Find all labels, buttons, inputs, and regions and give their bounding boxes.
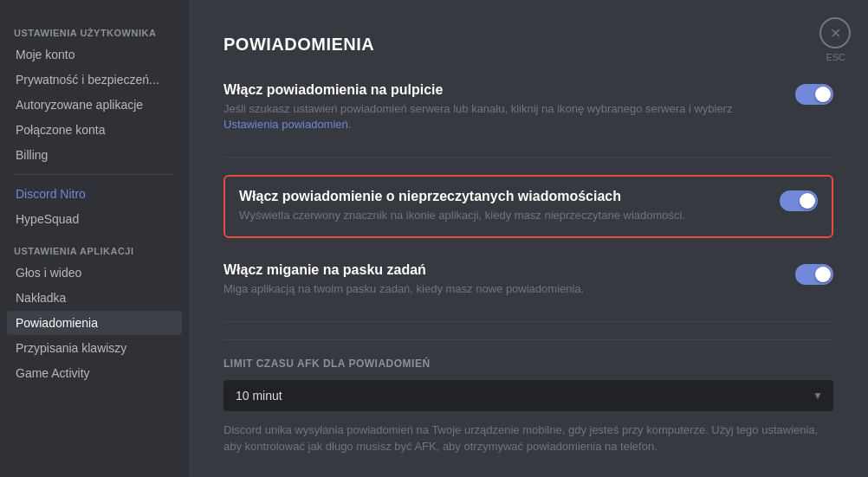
toggle-unread-badge[interactable] (780, 190, 818, 211)
sidebar-section-label-2: USTAWIENIA APLIKACJI (7, 232, 182, 260)
setting-title-desktop-notif: Włącz powiadomienia na pulpicie (223, 82, 778, 98)
setting-title-taskbar-flash: Włącz miganie na pasku zadań (223, 262, 778, 278)
sidebar-item-glos-i-wideo[interactable]: Głos i wideo (7, 261, 182, 285)
sidebar-item-prywatnosc[interactable]: Prywatność i bezpieczeń... (7, 68, 182, 92)
toggle-track-taskbar-flash (795, 264, 833, 285)
setting-description-taskbar-flash: Miga aplikacją na twoim pasku zadań, kie… (223, 281, 778, 297)
sidebar-item-hypesquad[interactable]: HypeSquad (7, 207, 182, 231)
setting-title-unread-badge: Włącz powiadomienie o nieprzeczytanych w… (239, 189, 762, 204)
sidebar-item-przypisania[interactable]: Przypisania klawiszy (7, 336, 182, 360)
sidebar-item-nakladka[interactable]: Nakładka (7, 286, 182, 310)
close-icon: ✕ (830, 25, 841, 42)
setting-text-taskbar-flash: Włącz miganie na pasku zadańMiga aplikac… (223, 262, 778, 297)
afk-description: Discord unika wysyłania powiadomień na T… (223, 422, 833, 455)
esc-label: ESC (826, 52, 845, 62)
sidebar-item-discord-nitro[interactable]: Discord Nitro (7, 182, 182, 206)
divider (223, 339, 833, 340)
sidebar-section-label-0: USTAWIENIA UŻYTKOWNIKA (7, 14, 182, 42)
setting-link-desktop-notif[interactable]: Ustawienia powiadomień (223, 118, 348, 131)
toggle-taskbar-flash[interactable] (795, 264, 833, 285)
sidebar-item-powiadomienia[interactable]: Powiadomienia (7, 311, 182, 335)
setting-description-desktop-notif: Jeśli szukasz ustawień powiadomień serwe… (223, 101, 778, 132)
close-button[interactable]: ✕ (819, 17, 851, 48)
page-title: POWIADOMIENIA (223, 35, 833, 55)
sidebar-item-billing[interactable]: Billing (7, 143, 182, 167)
sidebar-item-autoryzowane[interactable]: Autoryzowane aplikacje (7, 93, 182, 117)
settings-divider (223, 321, 833, 322)
toggle-thumb-unread-badge (800, 193, 815, 209)
settings-container: Włącz powiadomienia na pulpicieJeśli szu… (223, 75, 833, 322)
setting-row-taskbar-flash: Włącz miganie na pasku zadańMiga aplikac… (223, 255, 833, 304)
toggle-track-desktop-notif (795, 84, 833, 105)
toggle-thumb-taskbar-flash (815, 267, 831, 282)
sidebar-item-game-activity[interactable]: Game Activity (7, 361, 182, 385)
setting-description-unread-badge: Wyświetla czerwony znacznik na ikonie ap… (239, 208, 762, 223)
setting-row-unread-badge: Włącz powiadomienie o nieprzeczytanych w… (223, 175, 833, 237)
toggle-track-unread-badge (780, 190, 818, 211)
main-content: ✕ ESC POWIADOMIENIA Włącz powiadomienia … (189, 0, 868, 477)
setting-text-unread-badge: Włącz powiadomienie o nieprzeczytanych w… (239, 189, 762, 223)
sidebar-item-polaczone[interactable]: Połączone konta (7, 118, 182, 142)
sidebar-item-moje-konto[interactable]: Moje konto (7, 42, 182, 67)
setting-text-desktop-notif: Włącz powiadomienia na pulpicieJeśli szu… (223, 82, 778, 132)
setting-row-desktop-notif: Włącz powiadomienia na pulpicieJeśli szu… (223, 75, 833, 139)
toggle-desktop-notif[interactable] (795, 84, 833, 105)
afk-section: LIMIT CZASU AFK DLA POWIADOMIEŃ 1 minuta… (223, 358, 833, 455)
sidebar-divider (14, 174, 175, 175)
afk-select-wrapper: 1 minuta5 minut10 minut15 minut30 minut … (223, 380, 833, 411)
afk-select[interactable]: 1 minuta5 minut10 minut15 minut30 minut (223, 380, 833, 411)
settings-divider (223, 157, 833, 158)
sidebar: USTAWIENIA UŻYTKOWNIKAMoje kontoPrywatno… (0, 0, 189, 477)
toggle-thumb-desktop-notif (815, 87, 831, 102)
afk-section-label: LIMIT CZASU AFK DLA POWIADOMIEŃ (223, 358, 833, 370)
